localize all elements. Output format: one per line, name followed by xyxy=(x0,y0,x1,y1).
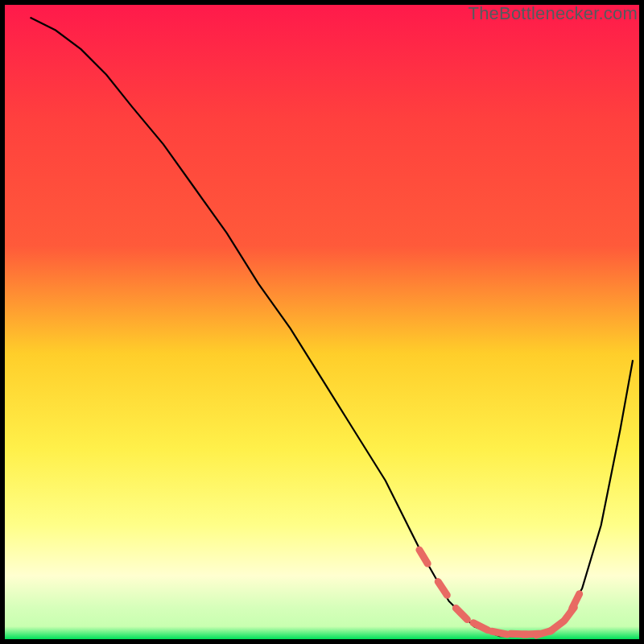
bottleneck-chart xyxy=(0,0,644,644)
watermark-label: TheBottlenecker.com xyxy=(469,3,638,24)
plot-background xyxy=(5,5,639,639)
highlight-marker xyxy=(492,631,508,634)
chart-stage: TheBottlenecker.com xyxy=(0,0,644,644)
